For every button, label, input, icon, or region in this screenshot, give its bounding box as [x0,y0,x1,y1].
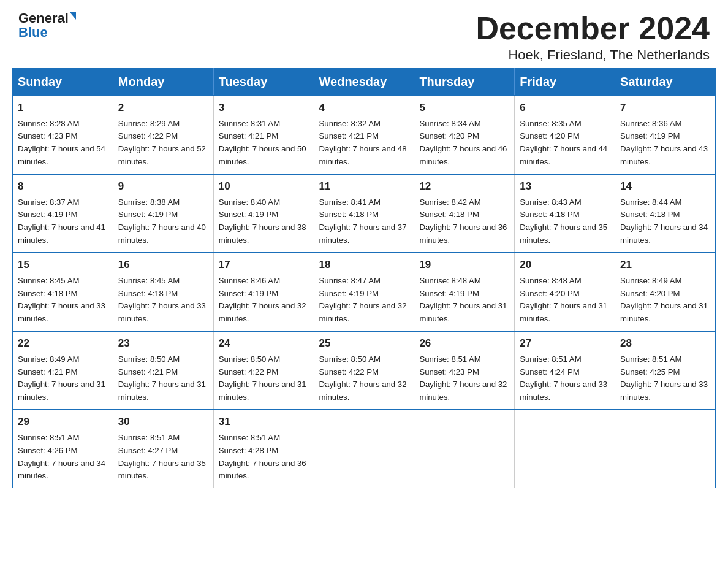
table-row: 23 Sunrise: 8:50 AMSunset: 4:21 PMDaylig… [113,331,213,410]
calendar-row: 8 Sunrise: 8:37 AMSunset: 4:19 PMDayligh… [13,174,716,253]
day-info: Sunrise: 8:46 AMSunset: 4:19 PMDaylight:… [219,276,306,324]
logo-line1: General [18,11,76,26]
col-friday: Friday [515,69,615,96]
day-number: 18 [319,257,409,273]
day-number: 24 [219,335,309,351]
col-monday: Monday [113,69,213,96]
table-row: 31 Sunrise: 8:51 AMSunset: 4:28 PMDaylig… [213,410,314,488]
day-info: Sunrise: 8:32 AMSunset: 4:21 PMDaylight:… [319,119,407,167]
day-number: 11 [319,178,409,194]
table-row: 30 Sunrise: 8:51 AMSunset: 4:27 PMDaylig… [113,410,213,488]
table-row: 27 Sunrise: 8:51 AMSunset: 4:24 PMDaylig… [515,331,615,410]
table-row: 8 Sunrise: 8:37 AMSunset: 4:19 PMDayligh… [13,174,113,253]
logo: General Blue [18,11,76,40]
table-row: 16 Sunrise: 8:45 AMSunset: 4:18 PMDaylig… [113,253,213,331]
col-sunday: Sunday [13,69,113,96]
calendar-row: 22 Sunrise: 8:49 AMSunset: 4:21 PMDaylig… [13,331,716,410]
day-info: Sunrise: 8:35 AMSunset: 4:20 PMDaylight:… [520,119,607,167]
table-row: 11 Sunrise: 8:41 AMSunset: 4:18 PMDaylig… [314,174,414,253]
table-row: 3 Sunrise: 8:31 AMSunset: 4:21 PMDayligh… [213,96,314,174]
day-info: Sunrise: 8:28 AMSunset: 4:23 PMDaylight:… [18,119,105,167]
day-number: 27 [520,335,610,351]
day-info: Sunrise: 8:29 AMSunset: 4:22 PMDaylight:… [118,119,206,167]
day-number: 7 [620,100,710,116]
table-row: 24 Sunrise: 8:50 AMSunset: 4:22 PMDaylig… [213,331,314,410]
day-number: 28 [620,335,710,351]
day-number: 16 [118,257,208,273]
location-subtitle: Hoek, Friesland, The Netherlands [476,47,710,63]
day-info: Sunrise: 8:45 AMSunset: 4:18 PMDaylight:… [18,276,105,324]
day-info: Sunrise: 8:44 AMSunset: 4:18 PMDaylight:… [620,197,708,245]
col-tuesday: Tuesday [213,69,314,96]
day-number: 26 [419,335,509,351]
table-row: 9 Sunrise: 8:38 AMSunset: 4:19 PMDayligh… [113,174,213,253]
calendar-header-row: Sunday Monday Tuesday Wednesday Thursday… [13,69,716,96]
day-info: Sunrise: 8:50 AMSunset: 4:22 PMDaylight:… [319,354,407,402]
day-info: Sunrise: 8:51 AMSunset: 4:26 PMDaylight:… [18,433,105,481]
table-row: 10 Sunrise: 8:40 AMSunset: 4:19 PMDaylig… [213,174,314,253]
day-info: Sunrise: 8:48 AMSunset: 4:20 PMDaylight:… [520,276,607,324]
day-info: Sunrise: 8:36 AMSunset: 4:19 PMDaylight:… [620,119,708,167]
day-info: Sunrise: 8:37 AMSunset: 4:19 PMDaylight:… [18,197,105,245]
day-info: Sunrise: 8:51 AMSunset: 4:27 PMDaylight:… [118,433,206,481]
calendar-row: 1 Sunrise: 8:28 AMSunset: 4:23 PMDayligh… [13,96,716,174]
day-number: 6 [520,100,610,116]
logo-arrow-icon [70,12,76,20]
day-info: Sunrise: 8:38 AMSunset: 4:19 PMDaylight:… [118,197,206,245]
table-row: 21 Sunrise: 8:49 AMSunset: 4:20 PMDaylig… [615,253,716,331]
day-info: Sunrise: 8:51 AMSunset: 4:28 PMDaylight:… [219,433,306,481]
table-row: 20 Sunrise: 8:48 AMSunset: 4:20 PMDaylig… [515,253,615,331]
table-row: 2 Sunrise: 8:29 AMSunset: 4:22 PMDayligh… [113,96,213,174]
day-number: 5 [419,100,509,116]
day-info: Sunrise: 8:49 AMSunset: 4:20 PMDaylight:… [620,276,708,324]
day-number: 3 [219,100,309,116]
day-number: 29 [18,414,108,430]
day-number: 12 [419,178,509,194]
table-row: 29 Sunrise: 8:51 AMSunset: 4:26 PMDaylig… [13,410,113,488]
day-info: Sunrise: 8:45 AMSunset: 4:18 PMDaylight:… [118,276,206,324]
table-row: 6 Sunrise: 8:35 AMSunset: 4:20 PMDayligh… [515,96,615,174]
day-info: Sunrise: 8:51 AMSunset: 4:23 PMDaylight:… [419,354,507,402]
table-row: 14 Sunrise: 8:44 AMSunset: 4:18 PMDaylig… [615,174,716,253]
day-info: Sunrise: 8:43 AMSunset: 4:18 PMDaylight:… [520,197,607,245]
col-thursday: Thursday [414,69,515,96]
table-row: 22 Sunrise: 8:49 AMSunset: 4:21 PMDaylig… [13,331,113,410]
table-row: 7 Sunrise: 8:36 AMSunset: 4:19 PMDayligh… [615,96,716,174]
day-number: 30 [118,414,208,430]
table-row: 13 Sunrise: 8:43 AMSunset: 4:18 PMDaylig… [515,174,615,253]
day-info: Sunrise: 8:48 AMSunset: 4:19 PMDaylight:… [419,276,507,324]
day-info: Sunrise: 8:51 AMSunset: 4:24 PMDaylight:… [520,354,607,402]
day-info: Sunrise: 8:34 AMSunset: 4:20 PMDaylight:… [419,119,507,167]
calendar-row: 15 Sunrise: 8:45 AMSunset: 4:18 PMDaylig… [13,253,716,331]
day-info: Sunrise: 8:50 AMSunset: 4:22 PMDaylight:… [219,354,306,402]
day-info: Sunrise: 8:40 AMSunset: 4:19 PMDaylight:… [219,197,306,245]
day-number: 2 [118,100,208,116]
day-number: 20 [520,257,610,273]
table-row [314,410,414,488]
calendar-row: 29 Sunrise: 8:51 AMSunset: 4:26 PMDaylig… [13,410,716,488]
table-row: 17 Sunrise: 8:46 AMSunset: 4:19 PMDaylig… [213,253,314,331]
day-info: Sunrise: 8:50 AMSunset: 4:21 PMDaylight:… [118,354,206,402]
table-row: 1 Sunrise: 8:28 AMSunset: 4:23 PMDayligh… [13,96,113,174]
day-number: 10 [219,178,309,194]
day-info: Sunrise: 8:41 AMSunset: 4:18 PMDaylight:… [319,197,407,245]
table-row: 4 Sunrise: 8:32 AMSunset: 4:21 PMDayligh… [314,96,414,174]
day-number: 17 [219,257,309,273]
table-row: 12 Sunrise: 8:42 AMSunset: 4:18 PMDaylig… [414,174,515,253]
day-number: 31 [219,414,309,430]
logo-line2: Blue [18,25,48,40]
table-row: 25 Sunrise: 8:50 AMSunset: 4:22 PMDaylig… [314,331,414,410]
day-number: 21 [620,257,710,273]
page-header: General Blue December 2024 Hoek, Friesla… [0,0,728,68]
day-number: 9 [118,178,208,194]
day-info: Sunrise: 8:49 AMSunset: 4:21 PMDaylight:… [18,354,105,402]
table-row [414,410,515,488]
table-row [515,410,615,488]
day-info: Sunrise: 8:51 AMSunset: 4:25 PMDaylight:… [620,354,708,402]
day-number: 15 [18,257,108,273]
day-number: 4 [319,100,409,116]
col-wednesday: Wednesday [314,69,414,96]
table-row: 18 Sunrise: 8:47 AMSunset: 4:19 PMDaylig… [314,253,414,331]
calendar-wrap: Sunday Monday Tuesday Wednesday Thursday… [0,68,728,500]
day-info: Sunrise: 8:42 AMSunset: 4:18 PMDaylight:… [419,197,507,245]
